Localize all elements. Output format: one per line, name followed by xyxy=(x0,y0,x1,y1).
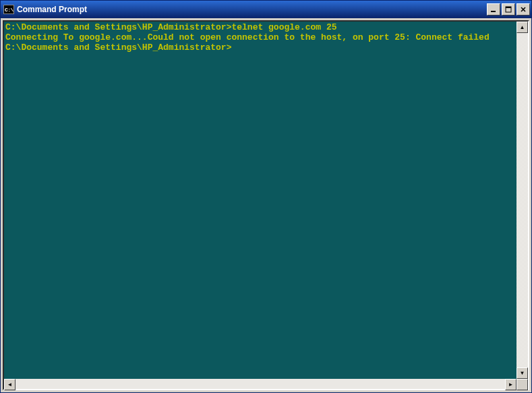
arrow-right-icon: ► xyxy=(508,382,514,388)
vertical-scrollbar[interactable]: ▲ ▼ xyxy=(516,22,528,379)
scroll-left-button[interactable]: ◄ xyxy=(4,379,16,390)
client-area: C:\Documents and Settings\HP_Administrat… xyxy=(1,18,531,392)
cmd-icon[interactable]: C:\ xyxy=(3,5,14,14)
arrow-left-icon: ◄ xyxy=(7,382,13,388)
scroll-track-horizontal[interactable] xyxy=(16,379,505,389)
console-output[interactable]: C:\Documents and Settings\HP_Administrat… xyxy=(4,22,516,379)
scroll-track-vertical[interactable] xyxy=(516,33,528,367)
command-prompt-window: C:\ Command Prompt C:\Documents and Sett… xyxy=(0,0,532,393)
window-controls xyxy=(485,3,530,16)
console-wrap: C:\Documents and Settings\HP_Administrat… xyxy=(3,20,529,380)
console-line: Connecting To google.com...Could not ope… xyxy=(5,32,515,42)
svg-rect-2 xyxy=(506,7,511,8)
arrow-up-icon: ▲ xyxy=(520,24,525,30)
scroll-up-button[interactable]: ▲ xyxy=(516,22,528,33)
titlebar[interactable]: C:\ Command Prompt xyxy=(1,1,531,18)
horizontal-scrollbar[interactable]: ◄ ► xyxy=(3,379,529,390)
scrollbar-corner xyxy=(516,379,528,390)
arrow-down-icon: ▼ xyxy=(520,370,525,376)
minimize-button[interactable] xyxy=(487,3,500,16)
close-button[interactable] xyxy=(516,3,530,16)
console-line: C:\Documents and Settings\HP_Administrat… xyxy=(5,42,515,53)
scroll-down-button[interactable]: ▼ xyxy=(516,367,528,379)
scroll-right-button[interactable]: ► xyxy=(505,379,516,390)
maximize-button[interactable] xyxy=(502,3,515,16)
window-title: Command Prompt xyxy=(17,5,485,14)
svg-rect-0 xyxy=(491,11,496,12)
console-line: C:\Documents and Settings\HP_Administrat… xyxy=(5,22,515,32)
